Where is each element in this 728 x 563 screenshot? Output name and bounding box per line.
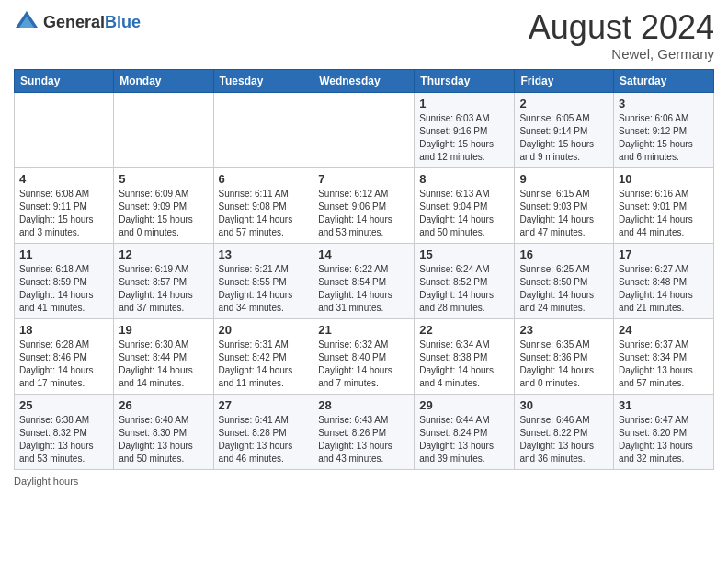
calendar-day-cell: 13Sunrise: 6:21 AM Sunset: 8:55 PM Dayli… <box>213 243 313 318</box>
day-info-text: Sunrise: 6:09 AM Sunset: 9:09 PM Dayligh… <box>119 188 208 239</box>
calendar-day-cell: 11Sunrise: 6:18 AM Sunset: 8:59 PM Dayli… <box>15 243 114 318</box>
calendar-day-cell <box>15 92 114 167</box>
logo-icon <box>14 9 40 35</box>
calendar-day-cell: 17Sunrise: 6:27 AM Sunset: 8:48 PM Dayli… <box>614 243 714 318</box>
day-of-week-header: Wednesday <box>313 69 415 92</box>
calendar-day-cell: 24Sunrise: 6:37 AM Sunset: 8:34 PM Dayli… <box>614 318 714 394</box>
calendar-day-cell: 22Sunrise: 6:34 AM Sunset: 8:38 PM Dayli… <box>415 318 515 394</box>
day-number: 18 <box>19 323 108 337</box>
day-number: 31 <box>619 398 709 412</box>
day-number: 6 <box>219 172 309 186</box>
calendar-day-cell: 19Sunrise: 6:30 AM Sunset: 8:44 PM Dayli… <box>114 318 213 394</box>
day-number: 10 <box>619 172 709 186</box>
day-number: 16 <box>519 247 609 261</box>
day-info-text: Sunrise: 6:12 AM Sunset: 9:06 PM Dayligh… <box>318 188 409 239</box>
calendar-day-cell: 1Sunrise: 6:03 AM Sunset: 9:16 PM Daylig… <box>415 92 515 167</box>
day-info-text: Sunrise: 6:03 AM Sunset: 9:16 PM Dayligh… <box>419 112 509 164</box>
day-of-week-header: Tuesday <box>213 69 313 92</box>
day-number: 28 <box>318 398 409 412</box>
day-number: 25 <box>19 398 108 412</box>
day-number: 17 <box>619 247 709 261</box>
calendar-day-cell: 27Sunrise: 6:41 AM Sunset: 8:28 PM Dayli… <box>213 394 313 469</box>
calendar-day-cell: 20Sunrise: 6:31 AM Sunset: 8:42 PM Dayli… <box>213 318 313 394</box>
calendar-day-cell: 28Sunrise: 6:43 AM Sunset: 8:26 PM Dayli… <box>313 394 415 469</box>
calendar-day-cell: 14Sunrise: 6:22 AM Sunset: 8:54 PM Dayli… <box>313 243 415 318</box>
day-number: 30 <box>519 398 609 412</box>
calendar-day-cell: 29Sunrise: 6:44 AM Sunset: 8:24 PM Dayli… <box>415 394 515 469</box>
day-info-text: Sunrise: 6:43 AM Sunset: 8:26 PM Dayligh… <box>318 414 409 465</box>
day-info-text: Sunrise: 6:19 AM Sunset: 8:57 PM Dayligh… <box>119 263 208 315</box>
day-of-week-header: Thursday <box>415 69 515 92</box>
day-number: 9 <box>519 172 609 186</box>
calendar-day-cell: 9Sunrise: 6:15 AM Sunset: 9:03 PM Daylig… <box>515 167 614 243</box>
day-info-text: Sunrise: 6:27 AM Sunset: 8:48 PM Dayligh… <box>619 263 709 315</box>
calendar-day-cell: 3Sunrise: 6:06 AM Sunset: 9:12 PM Daylig… <box>614 92 714 167</box>
day-info-text: Sunrise: 6:11 AM Sunset: 9:08 PM Dayligh… <box>219 188 309 239</box>
day-number: 14 <box>318 247 409 261</box>
footer-note: Daylight hours <box>14 476 714 487</box>
day-info-text: Sunrise: 6:05 AM Sunset: 9:14 PM Dayligh… <box>519 112 609 164</box>
day-of-week-header: Friday <box>515 69 614 92</box>
day-number: 8 <box>419 172 509 186</box>
calendar-day-cell <box>114 92 213 167</box>
day-number: 11 <box>19 247 108 261</box>
calendar-day-cell: 30Sunrise: 6:46 AM Sunset: 8:22 PM Dayli… <box>515 394 614 469</box>
day-info-text: Sunrise: 6:34 AM Sunset: 8:38 PM Dayligh… <box>419 339 509 390</box>
day-info-text: Sunrise: 6:15 AM Sunset: 9:03 PM Dayligh… <box>519 188 609 239</box>
month-year-title: August 2024 <box>529 9 714 46</box>
day-info-text: Sunrise: 6:21 AM Sunset: 8:55 PM Dayligh… <box>219 263 309 315</box>
day-info-text: Sunrise: 6:28 AM Sunset: 8:46 PM Dayligh… <box>19 339 108 390</box>
page-header: GeneralBlue August 2024 Newel, Germany <box>14 9 714 62</box>
calendar-day-cell: 10Sunrise: 6:16 AM Sunset: 9:01 PM Dayli… <box>614 167 714 243</box>
day-info-text: Sunrise: 6:25 AM Sunset: 8:50 PM Dayligh… <box>519 263 609 315</box>
day-of-week-header: Monday <box>114 69 213 92</box>
day-of-week-header: Sunday <box>15 69 114 92</box>
day-info-text: Sunrise: 6:32 AM Sunset: 8:40 PM Dayligh… <box>318 339 409 390</box>
calendar-header-row: SundayMondayTuesdayWednesdayThursdayFrid… <box>15 69 714 92</box>
day-number: 5 <box>119 172 208 186</box>
day-info-text: Sunrise: 6:41 AM Sunset: 8:28 PM Dayligh… <box>219 414 309 465</box>
day-info-text: Sunrise: 6:44 AM Sunset: 8:24 PM Dayligh… <box>419 414 509 465</box>
day-info-text: Sunrise: 6:08 AM Sunset: 9:11 PM Dayligh… <box>19 188 108 239</box>
day-info-text: Sunrise: 6:18 AM Sunset: 8:59 PM Dayligh… <box>19 263 108 315</box>
daylight-hours-label: Daylight hours <box>14 476 78 487</box>
calendar-week-row: 11Sunrise: 6:18 AM Sunset: 8:59 PM Dayli… <box>15 243 714 318</box>
logo: GeneralBlue <box>14 9 141 35</box>
calendar-day-cell: 2Sunrise: 6:05 AM Sunset: 9:14 PM Daylig… <box>515 92 614 167</box>
calendar-week-row: 25Sunrise: 6:38 AM Sunset: 8:32 PM Dayli… <box>15 394 714 469</box>
day-info-text: Sunrise: 6:38 AM Sunset: 8:32 PM Dayligh… <box>19 414 108 465</box>
calendar-table: SundayMondayTuesdayWednesdayThursdayFrid… <box>14 69 714 470</box>
day-info-text: Sunrise: 6:24 AM Sunset: 8:52 PM Dayligh… <box>419 263 509 315</box>
day-number: 21 <box>318 323 409 337</box>
day-number: 19 <box>119 323 208 337</box>
calendar-day-cell: 21Sunrise: 6:32 AM Sunset: 8:40 PM Dayli… <box>313 318 415 394</box>
calendar-day-cell: 5Sunrise: 6:09 AM Sunset: 9:09 PM Daylig… <box>114 167 213 243</box>
day-number: 13 <box>219 247 309 261</box>
calendar-day-cell: 12Sunrise: 6:19 AM Sunset: 8:57 PM Dayli… <box>114 243 213 318</box>
day-number: 29 <box>419 398 509 412</box>
day-number: 4 <box>19 172 108 186</box>
day-number: 3 <box>619 97 709 110</box>
day-number: 15 <box>419 247 509 261</box>
calendar-day-cell: 31Sunrise: 6:47 AM Sunset: 8:20 PM Dayli… <box>614 394 714 469</box>
calendar-day-cell: 8Sunrise: 6:13 AM Sunset: 9:04 PM Daylig… <box>415 167 515 243</box>
calendar-day-cell: 26Sunrise: 6:40 AM Sunset: 8:30 PM Dayli… <box>114 394 213 469</box>
day-info-text: Sunrise: 6:47 AM Sunset: 8:20 PM Dayligh… <box>619 414 709 465</box>
day-info-text: Sunrise: 6:35 AM Sunset: 8:36 PM Dayligh… <box>519 339 609 390</box>
day-number: 27 <box>219 398 309 412</box>
calendar-day-cell: 6Sunrise: 6:11 AM Sunset: 9:08 PM Daylig… <box>213 167 313 243</box>
day-info-text: Sunrise: 6:40 AM Sunset: 8:30 PM Dayligh… <box>119 414 208 465</box>
day-number: 24 <box>619 323 709 337</box>
calendar-day-cell <box>313 92 415 167</box>
calendar-day-cell: 15Sunrise: 6:24 AM Sunset: 8:52 PM Dayli… <box>415 243 515 318</box>
day-info-text: Sunrise: 6:16 AM Sunset: 9:01 PM Dayligh… <box>619 188 709 239</box>
calendar-day-cell: 16Sunrise: 6:25 AM Sunset: 8:50 PM Dayli… <box>515 243 614 318</box>
calendar-day-cell: 7Sunrise: 6:12 AM Sunset: 9:06 PM Daylig… <box>313 167 415 243</box>
day-info-text: Sunrise: 6:06 AM Sunset: 9:12 PM Dayligh… <box>619 112 709 164</box>
calendar-day-cell <box>213 92 313 167</box>
day-number: 20 <box>219 323 309 337</box>
day-number: 1 <box>419 97 509 110</box>
day-info-text: Sunrise: 6:37 AM Sunset: 8:34 PM Dayligh… <box>619 339 709 390</box>
calendar-week-row: 4Sunrise: 6:08 AM Sunset: 9:11 PM Daylig… <box>15 167 714 243</box>
day-number: 26 <box>119 398 208 412</box>
